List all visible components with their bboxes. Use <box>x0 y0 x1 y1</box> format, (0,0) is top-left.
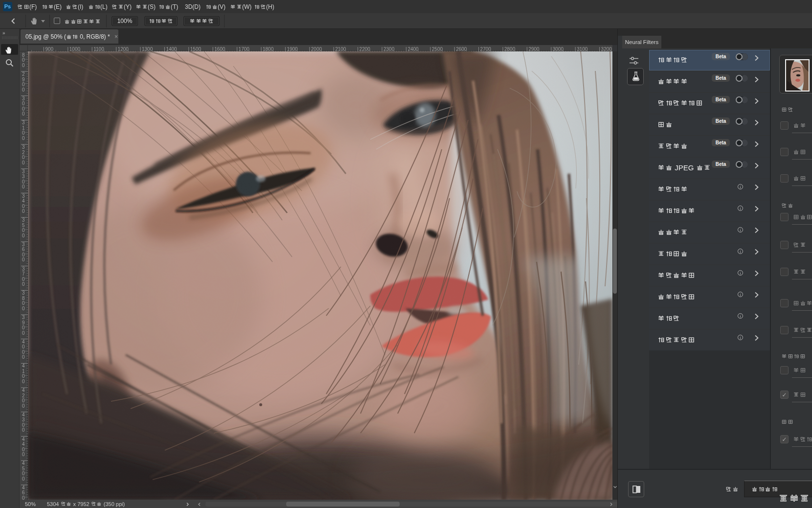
svg-text:0: 0 <box>22 277 25 282</box>
svg-text:4: 4 <box>22 388 25 393</box>
svg-text:2700: 2700 <box>480 46 492 52</box>
svg-text:0: 0 <box>22 82 25 87</box>
svg-text:3: 3 <box>22 217 25 223</box>
svg-text:1300: 1300 <box>142 46 153 52</box>
svg-text:0: 0 <box>22 57 25 63</box>
svg-text:2600: 2600 <box>456 46 467 52</box>
svg-text:3: 3 <box>22 96 25 101</box>
svg-text:4: 4 <box>22 339 25 345</box>
svg-text:3: 3 <box>22 120 25 125</box>
svg-text:1700: 1700 <box>239 46 250 52</box>
svg-text:6: 6 <box>22 490 25 495</box>
svg-text:9: 9 <box>22 77 25 82</box>
svg-text:8: 8 <box>22 296 25 301</box>
svg-text:2: 2 <box>22 150 25 155</box>
svg-text:0: 0 <box>22 447 25 452</box>
svg-text:3000: 3000 <box>553 46 564 52</box>
svg-text:0: 0 <box>22 208 25 214</box>
svg-text:2800: 2800 <box>504 46 516 52</box>
svg-text:9: 9 <box>22 320 25 325</box>
svg-text:1100: 1100 <box>93 46 104 52</box>
svg-text:0: 0 <box>22 452 25 457</box>
svg-text:3: 3 <box>22 174 25 179</box>
svg-text:3: 3 <box>22 266 25 272</box>
svg-text:1000: 1000 <box>69 46 81 52</box>
svg-text:0: 0 <box>22 476 25 482</box>
svg-text:0: 0 <box>22 379 25 384</box>
svg-text:0: 0 <box>22 136 25 141</box>
svg-text:0: 0 <box>22 257 25 262</box>
svg-text:0: 0 <box>22 233 25 238</box>
svg-text:0: 0 <box>22 403 25 409</box>
svg-text:4: 4 <box>22 485 25 490</box>
svg-text:4: 4 <box>22 437 25 442</box>
svg-text:3: 3 <box>22 290 25 296</box>
svg-text:1600: 1600 <box>214 46 226 52</box>
svg-text:2: 2 <box>22 393 25 398</box>
svg-text:0: 0 <box>22 160 25 165</box>
svg-text:2400: 2400 <box>407 46 419 52</box>
svg-text:0: 0 <box>22 106 25 112</box>
svg-text:0: 0 <box>22 281 25 287</box>
svg-text:0: 0 <box>22 63 25 68</box>
svg-text:0: 0 <box>22 325 25 330</box>
svg-text:4: 4 <box>22 363 25 369</box>
svg-text:3: 3 <box>22 193 25 199</box>
svg-text:0: 0 <box>22 130 25 136</box>
svg-text:3: 3 <box>22 315 25 320</box>
svg-text:0: 0 <box>22 306 25 311</box>
svg-text:900: 900 <box>45 46 53 52</box>
svg-text:3100: 3100 <box>577 46 588 52</box>
svg-text:0: 0 <box>22 398 25 403</box>
svg-text:0: 0 <box>22 155 25 160</box>
svg-text:1: 1 <box>22 369 25 374</box>
svg-text:3: 3 <box>22 242 25 247</box>
svg-text:0: 0 <box>22 184 25 189</box>
svg-text:6: 6 <box>22 247 25 252</box>
svg-text:0: 0 <box>22 179 25 185</box>
svg-text:2500: 2500 <box>432 46 443 52</box>
svg-text:0: 0 <box>22 101 25 106</box>
svg-text:0: 0 <box>22 300 25 306</box>
svg-text:0: 0 <box>22 330 25 336</box>
svg-text:2000: 2000 <box>311 46 322 52</box>
svg-text:0: 0 <box>22 354 25 360</box>
svg-text:2900: 2900 <box>528 46 540 52</box>
svg-text:3200: 3200 <box>601 46 612 52</box>
svg-text:0: 0 <box>22 495 25 500</box>
svg-text:1400: 1400 <box>166 46 177 52</box>
svg-text:0: 0 <box>22 373 25 379</box>
svg-text:5: 5 <box>22 223 25 228</box>
svg-text:7: 7 <box>22 271 25 277</box>
svg-text:4: 4 <box>22 461 25 466</box>
svg-text:0: 0 <box>22 471 25 476</box>
svg-text:0: 0 <box>22 349 25 355</box>
svg-text:2200: 2200 <box>360 46 371 52</box>
svg-text:4: 4 <box>22 412 25 417</box>
svg-text:2300: 2300 <box>383 46 395 52</box>
svg-text:1: 1 <box>22 125 25 131</box>
svg-text:0: 0 <box>22 344 25 349</box>
svg-text:5: 5 <box>22 466 25 471</box>
svg-text:0: 0 <box>22 111 25 116</box>
svg-text:3: 3 <box>22 144 25 150</box>
svg-text:4: 4 <box>22 198 25 204</box>
svg-text:1900: 1900 <box>287 46 298 52</box>
svg-text:2100: 2100 <box>335 46 346 52</box>
svg-text:0: 0 <box>22 427 25 433</box>
svg-text:1200: 1200 <box>118 46 129 52</box>
svg-text:1800: 1800 <box>263 46 274 52</box>
svg-text:3: 3 <box>22 169 25 174</box>
svg-text:0: 0 <box>22 204 25 209</box>
svg-text:4: 4 <box>22 441 25 447</box>
svg-text:3: 3 <box>22 417 25 422</box>
svg-text:2: 2 <box>22 71 25 77</box>
svg-text:8: 8 <box>22 52 25 58</box>
svg-text:1500: 1500 <box>190 46 202 52</box>
svg-text:0: 0 <box>22 422 25 428</box>
svg-text:0: 0 <box>22 252 25 257</box>
svg-text:0: 0 <box>22 228 25 233</box>
svg-text:0: 0 <box>22 87 25 92</box>
